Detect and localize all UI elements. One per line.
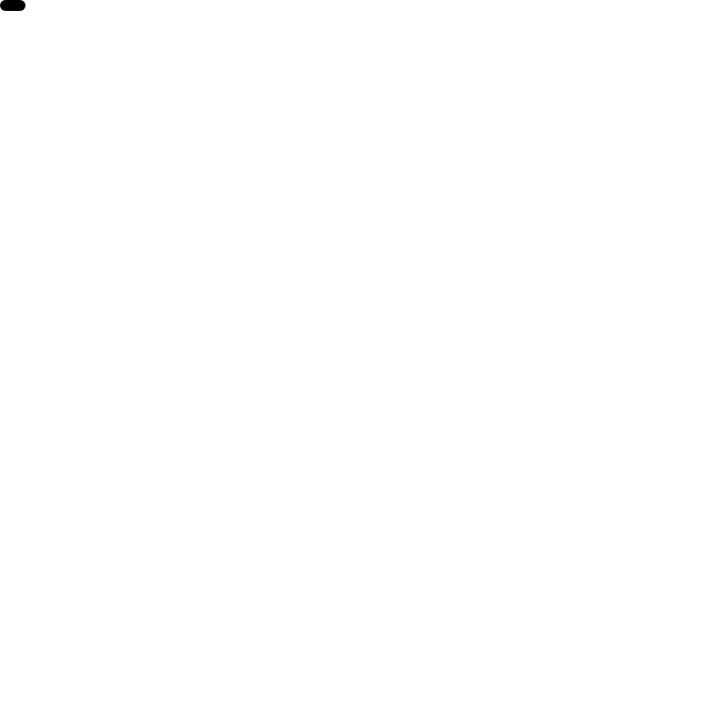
bottleneck-chart [0, 0, 728, 728]
optimal-marker [0, 0, 25, 11]
chart-container [0, 0, 728, 728]
